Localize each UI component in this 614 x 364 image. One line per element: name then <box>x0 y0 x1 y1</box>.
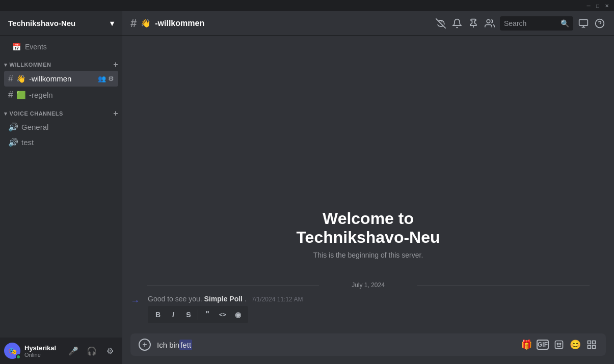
svg-rect-3 <box>579 19 588 25</box>
svg-rect-13 <box>588 346 591 349</box>
members-list-button[interactable] <box>484 17 496 30</box>
server-header[interactable]: Technikshavo-Neu ▾ <box>0 11 122 36</box>
server-dropdown-icon: ▾ <box>110 19 114 28</box>
members-icon[interactable]: 👥 <box>98 75 106 82</box>
chat-messages: Welcome to Technikshavo-Neu This is the … <box>122 36 614 333</box>
channel-emoji: 👋 <box>16 74 26 83</box>
channel-name: -willkommen <box>29 74 71 83</box>
welcome-title: Welcome to Technikshavo-Neu <box>132 209 604 247</box>
headphone-button[interactable]: 🎧 <box>84 343 100 359</box>
spoiler-button[interactable]: ◉ <box>231 308 245 321</box>
attach-button[interactable]: + <box>139 339 151 351</box>
message-prefix: Good to see you. <box>148 295 202 303</box>
help-button[interactable] <box>594 17 606 30</box>
server-name: Technikshavo-Neu <box>8 19 75 27</box>
message-text: Good to see you. Simple Poll . 7/1/2024 … <box>148 295 606 303</box>
channel-hash-header: # <box>130 17 137 30</box>
avatar-icon: 🎭 <box>8 347 17 355</box>
suppress-notifications-button[interactable] <box>435 17 447 30</box>
title-bar: ─ □ ✕ <box>0 0 614 11</box>
sticker-icon[interactable] <box>553 339 565 351</box>
message-time: 7/1/2024 11:12 AM <box>252 296 303 303</box>
sidebar: Technikshavo-Neu ▾ 📅 Events ▾ WILLKOMMEN… <box>0 11 122 364</box>
voice-channel-name-2: test <box>21 138 34 147</box>
user-status: Online <box>24 352 61 358</box>
speaker-icon: 🔊 <box>8 122 18 132</box>
speaker-icon-2: 🔊 <box>8 137 18 147</box>
category-label-2: VOICE CHANNELS <box>10 110 63 117</box>
message-input[interactable]: Ich bin fett <box>157 340 514 350</box>
notification-bell-button[interactable] <box>451 17 463 30</box>
italic-button[interactable]: I <box>166 308 180 321</box>
category-chevron-icon: ▾ <box>4 62 8 68</box>
input-text-highlighted: fett <box>179 340 192 350</box>
channel-header-name: -willkommen <box>155 19 204 28</box>
chat-area: # 👋 -willkommen <box>122 11 614 364</box>
channel-item-willkommen[interactable]: # 👋 -willkommen 👥 ⚙ <box>4 71 118 87</box>
settings-icon[interactable]: ⚙ <box>108 75 114 82</box>
search-box[interactable]: 🔍 <box>500 16 573 31</box>
sidebar-item-events[interactable]: 📅 Events <box>4 40 118 54</box>
category-label: WILLKOMMEN <box>10 62 51 68</box>
formatting-toolbar: B I S " <> ◉ <box>148 306 248 323</box>
gift-icon[interactable]: 🎁 <box>520 339 532 351</box>
category-voice[interactable]: ▾ VOICE CHANNELS + <box>0 107 122 119</box>
channel-header-emoji: 👋 <box>141 18 151 28</box>
category-willkommen[interactable]: ▾ WILLKOMMEN + <box>0 58 122 70</box>
input-text-prefix: Ich bin <box>157 340 179 350</box>
user-name: Hysterikal <box>24 344 61 352</box>
gif-button[interactable]: GIF <box>537 340 549 350</box>
pin-button[interactable] <box>467 17 479 30</box>
chat-header: # 👋 -willkommen <box>122 11 614 36</box>
channel-emoji-2: 🟩 <box>16 91 26 100</box>
channel-action-icons: 👥 ⚙ <box>98 75 114 82</box>
blockquote-button[interactable]: " <box>200 308 215 321</box>
message-arrow-icon: → <box>130 296 140 306</box>
minimize-button[interactable]: ─ <box>585 3 592 9</box>
voice-channel-name: General <box>21 123 48 131</box>
svg-rect-12 <box>593 341 596 344</box>
message-input-box: + Ich bin fett 🎁 GIF 😊 <box>130 333 606 356</box>
date-divider: July 1, 2024 <box>122 282 614 289</box>
emoji-icon[interactable]: 😊 <box>569 339 581 351</box>
message-content: Good to see you. Simple Poll . 7/1/2024 … <box>148 295 606 323</box>
bold-button[interactable]: B <box>151 308 165 321</box>
svg-point-9 <box>557 343 558 345</box>
strikethrough-button[interactable]: S <box>181 308 196 321</box>
code-button[interactable]: <> <box>216 308 230 321</box>
input-right-icons: 🎁 GIF 😊 <box>520 339 598 351</box>
welcome-subtitle: This is the beginning of this server. <box>132 251 604 259</box>
search-input[interactable] <box>504 19 557 27</box>
inbox-button[interactable] <box>577 17 590 30</box>
close-button[interactable]: ✕ <box>604 3 610 9</box>
svg-rect-11 <box>588 341 591 344</box>
voice-channel-general[interactable]: 🔊 General <box>4 120 118 134</box>
calendar-icon: 📅 <box>12 43 21 51</box>
category-chevron-icon-2: ▾ <box>4 110 8 117</box>
message-input-area: + Ich bin fett 🎁 GIF 😊 <box>122 333 614 364</box>
message-bold: Simple Poll <box>204 295 243 303</box>
user-bar: 🎭 Hysterikal Online 🎤 🎧 ⚙ <box>0 338 122 364</box>
channel-name-2: -regeln <box>29 91 53 99</box>
user-bar-icons: 🎤 🎧 ⚙ <box>65 343 118 359</box>
svg-rect-8 <box>555 341 563 349</box>
status-dot <box>16 354 21 359</box>
microphone-button[interactable]: 🎤 <box>65 343 82 359</box>
welcome-section: Welcome to Technikshavo-Neu This is the … <box>122 189 614 273</box>
message-suffix: . <box>245 295 247 303</box>
svg-rect-14 <box>593 346 596 349</box>
header-icons: 🔍 <box>435 16 606 31</box>
svg-point-10 <box>559 343 561 345</box>
message-row: → Good to see you. Simple Poll . 7/1/202… <box>122 293 614 325</box>
apps-icon[interactable] <box>585 339 598 351</box>
voice-channel-test[interactable]: 🔊 test <box>4 135 118 150</box>
fmt-divider-1 <box>198 310 198 320</box>
channel-item-regeln[interactable]: # 🟩 -regeln <box>4 87 118 103</box>
hash-icon-2: # <box>8 90 13 100</box>
category-add-icon-2[interactable]: + <box>113 109 118 118</box>
events-label: Events <box>25 43 47 51</box>
hash-icon: # <box>8 73 13 84</box>
category-add-icon[interactable]: + <box>113 60 118 69</box>
user-settings-button[interactable]: ⚙ <box>102 343 118 359</box>
maximize-button[interactable]: □ <box>595 3 601 9</box>
